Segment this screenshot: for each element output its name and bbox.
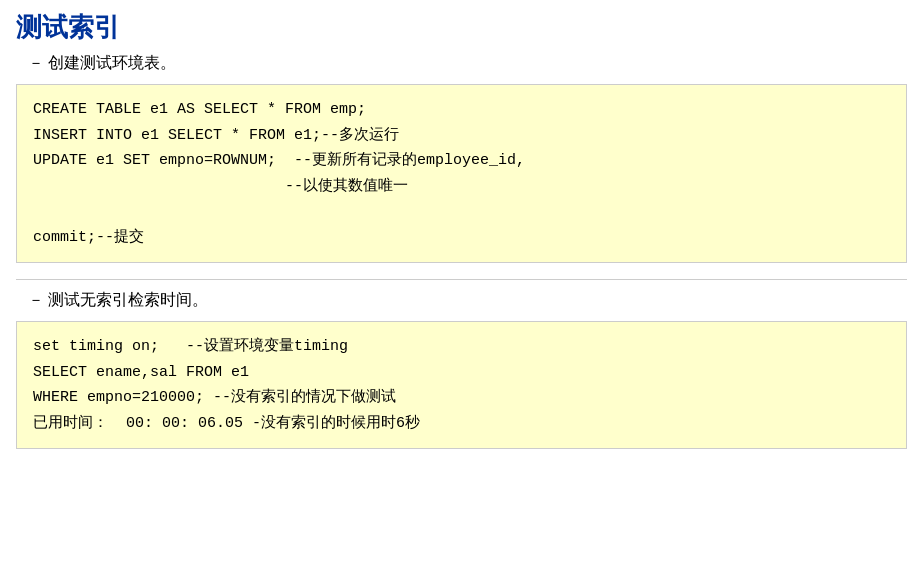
page-title: 测试索引 <box>16 10 907 45</box>
code-block-create: CREATE TABLE e1 AS SELECT * FROM emp; IN… <box>16 84 907 263</box>
code-block-timing: set timing on; --设置环境变量timing SELECT ena… <box>16 321 907 449</box>
section-1-desc: － 创建测试环境表。 <box>28 53 907 74</box>
section-separator <box>16 279 907 280</box>
section-2-desc: － 测试无索引检索时间。 <box>28 290 907 311</box>
